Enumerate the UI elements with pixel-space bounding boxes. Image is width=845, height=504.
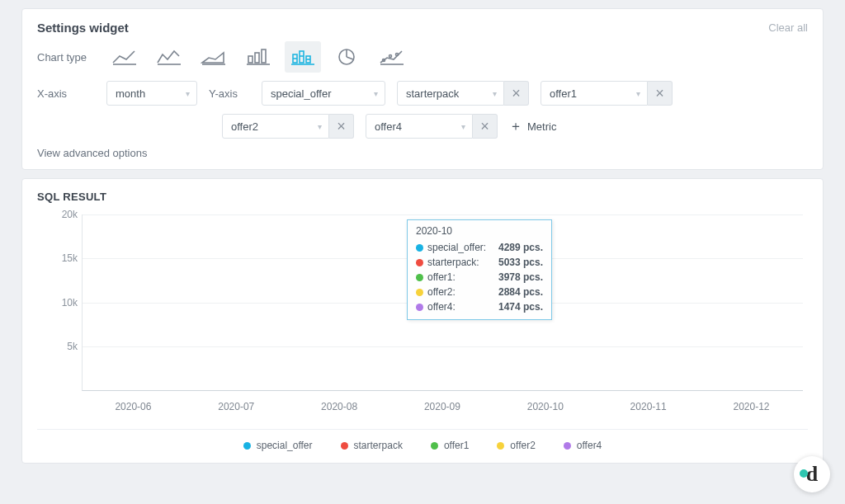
- stacked-bar-chart[interactable]: 5k10k15k20k 2020-062020-072020-082020-09…: [37, 211, 808, 417]
- x-axis-tick: 2020-07: [203, 401, 269, 412]
- peak-chart-icon[interactable]: [151, 41, 187, 73]
- add-metric-button[interactable]: ＋ Metric: [509, 118, 556, 135]
- area-chart-icon[interactable]: [196, 41, 232, 73]
- y-axis-select-1[interactable]: starterpack ▾: [397, 81, 504, 106]
- scatter-chart-icon[interactable]: [374, 41, 410, 73]
- remove-field-button[interactable]: ×: [329, 114, 354, 139]
- clear-all-link[interactable]: Clear all: [768, 21, 808, 34]
- svg-rect-5: [262, 49, 266, 63]
- legend-item[interactable]: starterpack: [341, 440, 403, 451]
- remove-field-button[interactable]: ×: [648, 81, 673, 106]
- chevron-down-icon: ▾: [186, 89, 190, 98]
- chevron-down-icon: ▾: [374, 89, 378, 98]
- stacked-bar-chart-icon[interactable]: [285, 41, 321, 73]
- y-axis-label: Y-axis: [209, 87, 250, 100]
- chart-type-label: Chart type: [37, 51, 95, 64]
- x-axis-tick: 2020-10: [512, 401, 578, 412]
- remove-field-button[interactable]: ×: [504, 81, 529, 106]
- chevron-down-icon: ▾: [636, 89, 640, 98]
- svg-point-19: [396, 54, 399, 56]
- y-axis-tick: 15k: [41, 252, 78, 264]
- y-axis-tick: 5k: [41, 341, 78, 352]
- pie-chart-icon[interactable]: [329, 41, 366, 73]
- svg-point-18: [389, 55, 392, 58]
- brand-logo: d: [794, 456, 830, 492]
- y-axis-tick: 20k: [41, 209, 78, 220]
- remove-field-button[interactable]: ×: [473, 114, 498, 139]
- svg-rect-4: [255, 53, 259, 63]
- legend-dot-icon: [431, 442, 438, 450]
- y-axis-select-0[interactable]: special_offer ▾: [262, 81, 385, 106]
- x-axis-label: X-axis: [37, 87, 95, 100]
- y-axis-select-3[interactable]: offer2 ▾: [222, 114, 329, 139]
- x-axis-select[interactable]: month ▾: [106, 81, 197, 106]
- svg-rect-3: [248, 56, 253, 63]
- legend-item[interactable]: offer1: [431, 440, 469, 451]
- settings-panel: Settings widget Clear all Chart type X-a…: [21, 8, 824, 170]
- x-axis-value: month: [116, 87, 145, 100]
- x-axis-tick: 2020-08: [306, 401, 372, 412]
- settings-title: Settings widget: [37, 21, 129, 35]
- chevron-down-icon: ▾: [493, 89, 497, 98]
- legend-dot-icon: [564, 442, 571, 450]
- legend-item[interactable]: offer2: [497, 440, 535, 451]
- line-chart-icon[interactable]: [106, 41, 143, 73]
- svg-line-16: [347, 57, 353, 59]
- result-panel: SQL RESULT 5k10k15k20k 2020-062020-07202…: [21, 178, 824, 464]
- y-axis-select-2[interactable]: offer1 ▾: [541, 81, 648, 106]
- chevron-down-icon: ▾: [318, 122, 322, 131]
- x-axis-tick: 2020-11: [616, 401, 682, 412]
- legend-item[interactable]: offer4: [564, 440, 602, 451]
- x-axis-tick: 2020-06: [100, 401, 166, 412]
- chevron-down-icon: ▾: [461, 122, 465, 131]
- legend-dot-icon: [243, 442, 251, 450]
- legend-item[interactable]: special_offer: [243, 440, 313, 451]
- bar-chart-icon[interactable]: [240, 41, 276, 73]
- y-axis-select-4[interactable]: offer4 ▾: [366, 114, 473, 139]
- plus-icon: ＋: [509, 118, 522, 135]
- svg-rect-9: [300, 51, 304, 63]
- chart-legend: special_offerstarterpackoffer1offer2offe…: [37, 429, 808, 451]
- legend-dot-icon: [497, 442, 504, 450]
- y-axis-tick: 10k: [41, 297, 78, 309]
- result-title: SQL RESULT: [37, 191, 808, 203]
- advanced-options-link[interactable]: View advanced options: [37, 147, 808, 159]
- chart-type-icons: [106, 41, 410, 73]
- x-axis-tick: 2020-12: [718, 401, 784, 412]
- x-axis-tick: 2020-09: [409, 401, 475, 412]
- legend-dot-icon: [341, 442, 348, 450]
